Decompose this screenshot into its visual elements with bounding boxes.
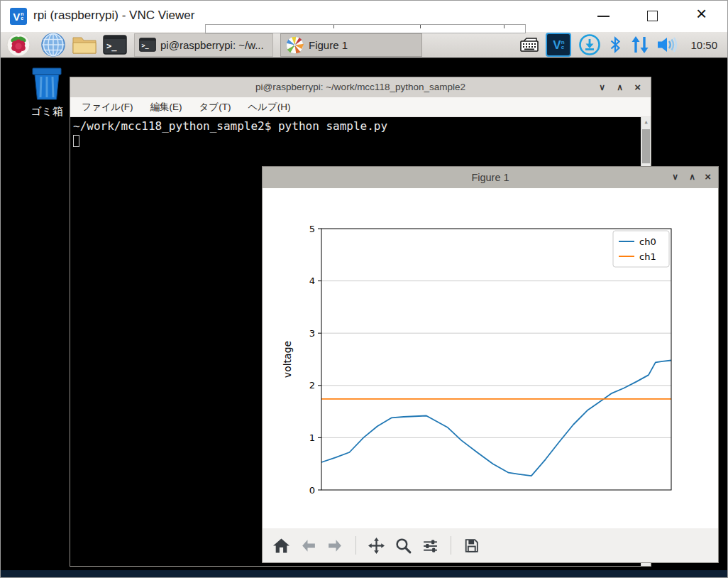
vnc-viewer-window: Vnc rpi (raspberrypi) - VNC Viewer × >_ … [0, 0, 728, 578]
taskbar-item-label: Figure 1 [309, 39, 348, 51]
svg-text:1: 1 [309, 432, 315, 443]
taskbar-item-label: pi@raspberrypi: ~/w... [160, 39, 264, 51]
trash-can-image [28, 67, 65, 101]
svg-text:>_: >_ [142, 42, 150, 49]
maximize-button[interactable]: ∧ [689, 167, 695, 187]
figure-titlebar[interactable]: Figure 1 ∨ ∧ × [263, 167, 718, 188]
trash-label: ゴミ箱 [21, 105, 73, 119]
scrollbar-thumb[interactable] [642, 129, 650, 163]
zoom-button[interactable] [395, 537, 412, 555]
vnc-app-icon: Vnc [10, 8, 27, 25]
sliver-tick [504, 25, 504, 28]
figure-title: Figure 1 [263, 167, 718, 188]
svg-text:2: 2 [309, 380, 315, 391]
menu-edit[interactable]: 編集(E) [150, 101, 182, 114]
terminal-prompt-line: ~/work/mcc118_python_sample2$ python sam… [73, 119, 387, 133]
web-browser-icon[interactable] [40, 33, 66, 57]
svg-text:>_: >_ [106, 41, 117, 52]
terminal-menubar: ファイル(F) 編集(E) タブ(T) ヘルプ(H) [70, 97, 651, 117]
taskbar-item-figure[interactable]: Figure 1 [280, 33, 422, 57]
maximize-button[interactable] [647, 11, 658, 21]
terminal-cursor [73, 135, 79, 147]
svg-text:0: 0 [309, 485, 315, 496]
screen-bottom-edge [1, 570, 727, 578]
back-button[interactable] [299, 537, 317, 555]
svg-text:ch1: ch1 [639, 251, 656, 262]
sliver-tick [333, 25, 334, 28]
scroll-up-icon[interactable]: ▲ [641, 117, 651, 128]
terminal-icon: >_ [139, 38, 156, 52]
minimize-button[interactable] [597, 16, 610, 17]
save-button[interactable] [463, 537, 480, 555]
figure-toolbar [263, 528, 718, 562]
figure-canvas: 012345voltagech0ch1 [263, 188, 718, 528]
desktop: ゴミ箱 pi@raspberrypi: ~/work/mcc118_python… [1, 58, 727, 578]
svg-text:5: 5 [309, 224, 315, 234]
taskbar-item-terminal[interactable]: >_ pi@raspberrypi: ~/w... [134, 33, 273, 57]
shade-button[interactable]: ∨ [672, 167, 678, 187]
svg-text:ch0: ch0 [639, 236, 656, 247]
forward-button[interactable] [326, 537, 344, 555]
menu-help[interactable]: ヘルプ(H) [248, 101, 290, 114]
svg-text:4: 4 [309, 276, 315, 286]
taskbar-clock: 10:50 [690, 39, 717, 51]
file-manager-icon[interactable] [72, 33, 97, 57]
bluetooth-icon[interactable] [608, 33, 622, 57]
home-button[interactable] [272, 537, 290, 555]
vnc-server-tray-icon[interactable]: Vnc [546, 33, 571, 57]
sliver-tick [420, 25, 421, 28]
matplotlib-icon [285, 36, 304, 55]
trash-icon[interactable]: ゴミ箱 [21, 67, 73, 119]
terminal-icon[interactable]: >_ [103, 33, 127, 57]
figure-window: Figure 1 ∨ ∧ × 012345voltagech0ch1 [262, 166, 719, 563]
close-button[interactable]: × [634, 77, 641, 97]
pan-button[interactable] [368, 537, 385, 555]
close-button[interactable]: × [705, 167, 711, 187]
terminal-title: pi@raspberrypi: ~/work/mcc118_python_sam… [70, 77, 651, 97]
toolbar-separator [451, 536, 451, 555]
window-title: rpi (raspberrypi) - VNC Viewer [33, 9, 194, 23]
close-button[interactable]: × [696, 3, 707, 25]
taskbar: >_ >_ pi@raspberrypi: ~/w... Figure 1 Vn… [1, 32, 727, 58]
menu-tabs[interactable]: タブ(T) [199, 101, 231, 114]
shade-button[interactable]: ∨ [599, 77, 605, 97]
toolbar-separator [355, 536, 356, 555]
svg-text:3: 3 [309, 328, 315, 339]
updates-download-icon[interactable] [578, 33, 601, 57]
volume-icon[interactable] [656, 33, 682, 57]
keyboard-layout-icon[interactable] [520, 33, 539, 57]
network-arrows-icon[interactable] [628, 33, 652, 57]
svg-text:voltage: voltage [282, 341, 293, 378]
maximize-button[interactable]: ∧ [617, 77, 623, 97]
terminal-titlebar[interactable]: pi@raspberrypi: ~/work/mcc118_python_sam… [70, 77, 651, 97]
raspberry-menu-icon[interactable] [6, 33, 31, 57]
vnc-toolbar-sliver[interactable] [205, 24, 526, 33]
menu-file[interactable]: ファイル(F) [82, 101, 133, 114]
subplots-config-button[interactable] [421, 537, 439, 555]
